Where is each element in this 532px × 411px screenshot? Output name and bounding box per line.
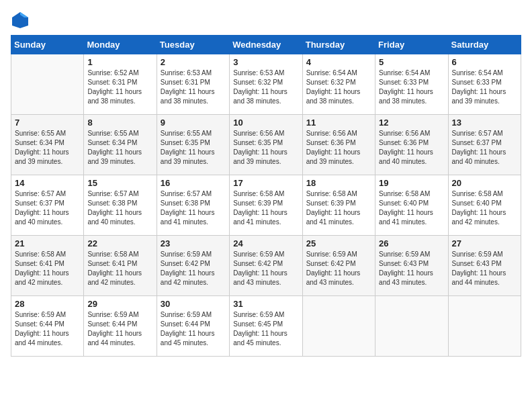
- sunset-text: Sunset: 6:39 PM: [233, 199, 283, 207]
- calendar-cell: 10 Sunrise: 6:56 AM Sunset: 6:35 PM Dayl…: [230, 115, 302, 175]
- sunrise-text: Sunrise: 6:54 AM: [379, 69, 430, 77]
- daylight-text: Daylight: 11 hours and 38 minutes.: [379, 88, 433, 105]
- sunrise-text: Sunrise: 6:57 AM: [161, 190, 212, 197]
- sunset-text: Sunset: 6:33 PM: [379, 79, 429, 86]
- cell-info: Sunrise: 6:56 AM Sunset: 6:36 PM Dayligh…: [306, 129, 371, 167]
- sunrise-text: Sunrise: 6:54 AM: [452, 69, 503, 77]
- daylight-text: Daylight: 11 hours and 39 minutes.: [15, 148, 69, 165]
- sunrise-text: Sunrise: 6:59 AM: [161, 311, 212, 318]
- cell-info: Sunrise: 6:58 AM Sunset: 6:40 PM Dayligh…: [452, 189, 517, 227]
- day-number: 16: [161, 178, 226, 188]
- cell-info: Sunrise: 6:59 AM Sunset: 6:44 PM Dayligh…: [15, 310, 80, 348]
- sunrise-text: Sunrise: 6:58 AM: [15, 250, 66, 258]
- sunset-text: Sunset: 6:35 PM: [161, 139, 210, 146]
- cell-info: Sunrise: 6:55 AM Sunset: 6:35 PM Dayligh…: [161, 129, 226, 167]
- daylight-text: Daylight: 11 hours and 41 minutes.: [161, 209, 215, 226]
- daylight-text: Daylight: 11 hours and 38 minutes.: [161, 88, 215, 105]
- day-number: 4: [306, 57, 371, 67]
- daylight-text: Daylight: 11 hours and 39 minutes.: [306, 148, 361, 165]
- sunset-text: Sunset: 6:38 PM: [161, 199, 210, 207]
- day-number: 6: [452, 57, 517, 67]
- daylight-text: Daylight: 11 hours and 38 minutes.: [87, 88, 142, 105]
- sunrise-text: Sunrise: 6:58 AM: [379, 190, 430, 197]
- day-number: 23: [161, 238, 226, 248]
- daylight-text: Daylight: 11 hours and 43 minutes.: [233, 269, 287, 286]
- daylight-text: Daylight: 11 hours and 39 minutes.: [233, 148, 287, 165]
- sunset-text: Sunset: 6:44 PM: [15, 320, 64, 328]
- sunset-text: Sunset: 6:41 PM: [15, 260, 64, 267]
- sunset-text: Sunset: 6:38 PM: [87, 199, 137, 207]
- cell-info: Sunrise: 6:55 AM Sunset: 6:34 PM Dayligh…: [87, 129, 152, 167]
- column-header-saturday: Saturday: [448, 36, 521, 54]
- day-number: 21: [15, 238, 80, 248]
- calendar-cell: 23 Sunrise: 6:59 AM Sunset: 6:42 PM Dayl…: [157, 236, 229, 296]
- sunrise-text: Sunrise: 6:55 AM: [87, 130, 138, 137]
- sunrise-text: Sunrise: 6:59 AM: [306, 250, 357, 258]
- page-header: [11, 11, 521, 30]
- sunset-text: Sunset: 6:36 PM: [306, 139, 356, 146]
- sunrise-text: Sunrise: 6:55 AM: [161, 130, 212, 137]
- daylight-text: Daylight: 11 hours and 40 minutes.: [87, 209, 142, 226]
- daylight-text: Daylight: 11 hours and 39 minutes.: [452, 88, 506, 105]
- calendar-cell: 31 Sunrise: 6:59 AM Sunset: 6:45 PM Dayl…: [230, 296, 302, 357]
- cell-info: Sunrise: 6:57 AM Sunset: 6:38 PM Dayligh…: [87, 189, 152, 227]
- calendar-cell: 5 Sunrise: 6:54 AM Sunset: 6:33 PM Dayli…: [375, 54, 448, 115]
- sunrise-text: Sunrise: 6:54 AM: [306, 69, 357, 77]
- day-number: 12: [379, 118, 444, 128]
- sunset-text: Sunset: 6:44 PM: [161, 320, 210, 328]
- daylight-text: Daylight: 11 hours and 40 minutes.: [15, 209, 69, 226]
- sunrise-text: Sunrise: 6:59 AM: [379, 250, 430, 258]
- daylight-text: Daylight: 11 hours and 39 minutes.: [87, 148, 142, 165]
- column-header-thursday: Thursday: [302, 36, 375, 54]
- day-number: 29: [87, 299, 152, 309]
- cell-info: Sunrise: 6:57 AM Sunset: 6:37 PM Dayligh…: [15, 189, 80, 227]
- calendar-week-row: 14 Sunrise: 6:57 AM Sunset: 6:37 PM Dayl…: [11, 175, 521, 236]
- calendar-header-row: SundayMondayTuesdayWednesdayThursdayFrid…: [11, 36, 521, 54]
- logo-icon: [11, 11, 30, 30]
- day-number: 17: [233, 178, 298, 188]
- sunrise-text: Sunrise: 6:57 AM: [15, 190, 66, 197]
- sunrise-text: Sunrise: 6:59 AM: [233, 311, 284, 318]
- sunrise-text: Sunrise: 6:59 AM: [452, 250, 503, 258]
- sunset-text: Sunset: 6:37 PM: [452, 139, 502, 146]
- cell-info: Sunrise: 6:52 AM Sunset: 6:31 PM Dayligh…: [87, 68, 152, 106]
- sunrise-text: Sunrise: 6:55 AM: [15, 130, 66, 137]
- logo: [11, 11, 32, 30]
- calendar-cell: 8 Sunrise: 6:55 AM Sunset: 6:34 PM Dayli…: [84, 115, 157, 175]
- cell-info: Sunrise: 6:58 AM Sunset: 6:40 PM Dayligh…: [379, 189, 444, 227]
- daylight-text: Daylight: 11 hours and 41 minutes.: [233, 209, 287, 226]
- cell-info: Sunrise: 6:57 AM Sunset: 6:38 PM Dayligh…: [161, 189, 226, 227]
- cell-info: Sunrise: 6:59 AM Sunset: 6:44 PM Dayligh…: [87, 310, 152, 348]
- cell-info: Sunrise: 6:59 AM Sunset: 6:44 PM Dayligh…: [161, 310, 226, 348]
- calendar-cell: [448, 296, 521, 357]
- sunrise-text: Sunrise: 6:52 AM: [87, 69, 138, 77]
- calendar-cell: 25 Sunrise: 6:59 AM Sunset: 6:42 PM Dayl…: [302, 236, 375, 296]
- calendar-cell: 2 Sunrise: 6:53 AM Sunset: 6:31 PM Dayli…: [157, 54, 229, 115]
- daylight-text: Daylight: 11 hours and 41 minutes.: [379, 209, 433, 226]
- sunset-text: Sunset: 6:34 PM: [87, 139, 137, 146]
- sunset-text: Sunset: 6:32 PM: [306, 79, 356, 86]
- cell-info: Sunrise: 6:55 AM Sunset: 6:34 PM Dayligh…: [15, 129, 80, 167]
- calendar-cell: 3 Sunrise: 6:53 AM Sunset: 6:32 PM Dayli…: [230, 54, 302, 115]
- sunset-text: Sunset: 6:35 PM: [233, 139, 283, 146]
- calendar-cell: 12 Sunrise: 6:56 AM Sunset: 6:36 PM Dayl…: [375, 115, 448, 175]
- daylight-text: Daylight: 11 hours and 44 minutes.: [15, 330, 69, 347]
- daylight-text: Daylight: 11 hours and 42 minutes.: [452, 209, 506, 226]
- calendar-cell: 14 Sunrise: 6:57 AM Sunset: 6:37 PM Dayl…: [11, 175, 84, 236]
- sunrise-text: Sunrise: 6:57 AM: [452, 130, 503, 137]
- sunset-text: Sunset: 6:43 PM: [452, 260, 502, 267]
- column-header-tuesday: Tuesday: [157, 36, 229, 54]
- sunrise-text: Sunrise: 6:58 AM: [452, 190, 503, 197]
- sunset-text: Sunset: 6:41 PM: [87, 260, 137, 267]
- calendar-cell: 7 Sunrise: 6:55 AM Sunset: 6:34 PM Dayli…: [11, 115, 84, 175]
- day-number: 7: [15, 118, 80, 128]
- sunset-text: Sunset: 6:31 PM: [161, 79, 210, 86]
- cell-info: Sunrise: 6:56 AM Sunset: 6:36 PM Dayligh…: [379, 129, 444, 167]
- calendar-cell: [302, 296, 375, 357]
- sunset-text: Sunset: 6:31 PM: [87, 79, 137, 86]
- calendar-week-row: 21 Sunrise: 6:58 AM Sunset: 6:41 PM Dayl…: [11, 236, 521, 296]
- calendar-cell: 29 Sunrise: 6:59 AM Sunset: 6:44 PM Dayl…: [84, 296, 157, 357]
- sunset-text: Sunset: 6:33 PM: [452, 79, 502, 86]
- day-number: 10: [233, 118, 298, 128]
- daylight-text: Daylight: 11 hours and 43 minutes.: [306, 269, 361, 286]
